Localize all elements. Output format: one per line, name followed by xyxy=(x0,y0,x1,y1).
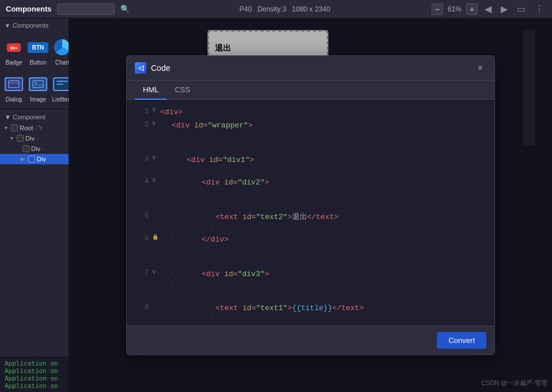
modal-close-button[interactable]: × xyxy=(474,62,486,74)
component-chart[interactable]: Chart xyxy=(51,33,69,69)
device-info: P40 xyxy=(239,5,251,13)
dialog-icon-container xyxy=(3,74,24,95)
forward-button[interactable]: ▶ xyxy=(498,2,510,16)
code-modal: ◁ Code × HML CSS 1 ▽ xyxy=(126,55,495,355)
tree-item-div1[interactable]: ▼ Div - xyxy=(0,133,69,144)
console-area: Application on Application on Applicatio… xyxy=(0,357,69,392)
button-label: Button xyxy=(30,59,47,66)
fold-icon-4: ▽ xyxy=(152,176,160,186)
tree-item-root[interactable]: ▼ Root - "r xyxy=(0,123,69,133)
code-line-5: 5 ▽ · · · · · · · · · · · · <text id="te… xyxy=(127,210,494,233)
fold-icon-1: ▽ xyxy=(152,105,160,116)
div3-checkbox[interactable] xyxy=(28,156,35,163)
component-badge[interactable]: 99+ Badge xyxy=(2,33,25,69)
tab-hml[interactable]: HML xyxy=(135,81,167,100)
components-section[interactable]: ▼ Components xyxy=(0,18,69,31)
svg-rect-3 xyxy=(33,81,43,88)
root-label: Root xyxy=(20,125,33,131)
top-bar: Components 🔍 P40 Density:3 1080 x 2340 −… xyxy=(0,0,552,18)
div2-label: Div xyxy=(31,145,40,152)
code-line-2: 2 ▽ · · · <div id="wrapper"> xyxy=(127,119,494,153)
tree-item-div3[interactable]: ▶ Div xyxy=(0,154,69,164)
code-line-6: 6 🔒 · · · · · · · · · </div> xyxy=(127,233,494,267)
div2-dash: - xyxy=(42,146,44,152)
root-dash: - "r xyxy=(35,125,42,131)
back-button[interactable]: ◀ xyxy=(482,2,494,16)
code-line-3: 3 ▽ · · · · · · <div id="div1"> xyxy=(127,153,494,176)
code-line-7: 7 ▽ · · · · · · · · · <div id="div3"> xyxy=(127,267,494,301)
button-icon: BTN xyxy=(28,42,49,53)
center-area: 退出 d ◁ Code × HML xyxy=(69,18,552,392)
root-checkbox[interactable] xyxy=(11,125,18,131)
div1-dash: - xyxy=(36,135,38,142)
tree-title: Component xyxy=(13,114,46,120)
modal-header: ◁ Code × xyxy=(127,56,494,81)
convert-button[interactable]: Convert xyxy=(437,332,486,349)
modal-code-body[interactable]: 1 ▽ <div> 2 ▽ · · · <div id="wrapper"> xyxy=(127,100,494,326)
code-line-4: 4 ▽ · · · · · · · · · <div id="div2"> xyxy=(127,176,494,210)
search-input[interactable] xyxy=(57,3,115,15)
device-button[interactable]: ▭ xyxy=(515,2,528,16)
zoom-level: 61% xyxy=(448,5,462,13)
svg-point-4 xyxy=(35,82,37,84)
tree-item-div2[interactable]: ▶ Div - xyxy=(0,144,69,154)
component-button[interactable]: BTN Button xyxy=(27,33,50,69)
div2-checkbox[interactable] xyxy=(22,145,29,152)
zoom-controls: − 61% + ◀ ▶ ▭ ⋮ xyxy=(432,2,546,16)
div1-label: Div xyxy=(25,135,35,142)
dialog-label: Dialog xyxy=(6,96,22,103)
chart-icon xyxy=(53,38,69,56)
section-arrow: ▼ xyxy=(5,22,10,29)
modal-overlay: ◁ Code × HML CSS 1 ▽ xyxy=(69,18,552,392)
div1-checkbox[interactable] xyxy=(17,135,24,142)
listitem-icon xyxy=(53,77,69,91)
modal-title: Code xyxy=(151,63,170,73)
chart-label: Chart xyxy=(55,59,69,66)
modal-tabs: HML CSS xyxy=(127,81,494,100)
chart-icon-container xyxy=(52,37,69,58)
modal-logo: ◁ xyxy=(135,62,146,74)
console-line-2: Application on xyxy=(5,367,64,375)
badge-icon-container: 99+ xyxy=(3,37,24,58)
zoom-in-button[interactable]: + xyxy=(466,3,478,15)
fold-icon-2: ▽ xyxy=(152,119,160,129)
component-dialog[interactable]: Dialog xyxy=(2,70,25,106)
div3-arrow: ▶ xyxy=(21,156,27,162)
tab-css[interactable]: CSS xyxy=(167,81,198,100)
component-listitem[interactable]: ListItem xyxy=(51,70,69,106)
components-grid: 99+ Badge BTN Button xyxy=(0,31,69,108)
sidebar: ▼ Components 99+ Badge BTN Button xyxy=(0,18,69,392)
component-tree: ▼ Component ▼ Root - "r ▼ Div - xyxy=(0,108,69,167)
listitem-label: ListItem xyxy=(52,96,69,103)
density-info: Density:3 xyxy=(258,5,286,13)
code-line-8: 8 ▽ · · · · · · · · · · · · <text id="te… xyxy=(127,301,494,325)
tree-section-title[interactable]: ▼ Component xyxy=(0,111,69,123)
more-button[interactable]: ⋮ xyxy=(532,2,546,16)
fold-icon-7: ▽ xyxy=(152,267,160,278)
components-title: Components xyxy=(6,5,51,13)
tree-arrow: ▼ xyxy=(5,114,13,120)
div3-label: Div xyxy=(37,156,46,163)
console-line-1: Application on xyxy=(5,360,64,367)
main-layout: ▼ Components 99+ Badge BTN Button xyxy=(0,18,552,392)
root-arrow: ▼ xyxy=(3,125,9,131)
component-image[interactable]: Image xyxy=(27,70,50,106)
dialog-icon xyxy=(5,77,23,91)
image-label: Image xyxy=(30,96,46,103)
image-icon-container xyxy=(28,74,48,95)
button-icon-container: BTN xyxy=(28,37,48,58)
console-line-4: Application on xyxy=(5,382,64,390)
resolution-info: 1080 x 2340 xyxy=(292,5,330,13)
modal-footer: Convert xyxy=(127,326,494,355)
badge-label: Badge xyxy=(6,59,22,66)
badge-icon: 99+ xyxy=(7,43,21,52)
section-label: Components xyxy=(13,22,48,29)
console-line-3: Application on xyxy=(5,375,64,382)
div1-arrow: ▼ xyxy=(9,135,15,141)
listitem-icon-container xyxy=(52,74,69,95)
code-line-1: 1 ▽ <div> xyxy=(127,105,494,119)
svg-rect-1 xyxy=(9,81,19,88)
lock-icon-6: 🔒 xyxy=(152,233,160,242)
fold-icon-3: ▽ xyxy=(152,153,160,164)
zoom-out-button[interactable]: − xyxy=(432,3,443,15)
